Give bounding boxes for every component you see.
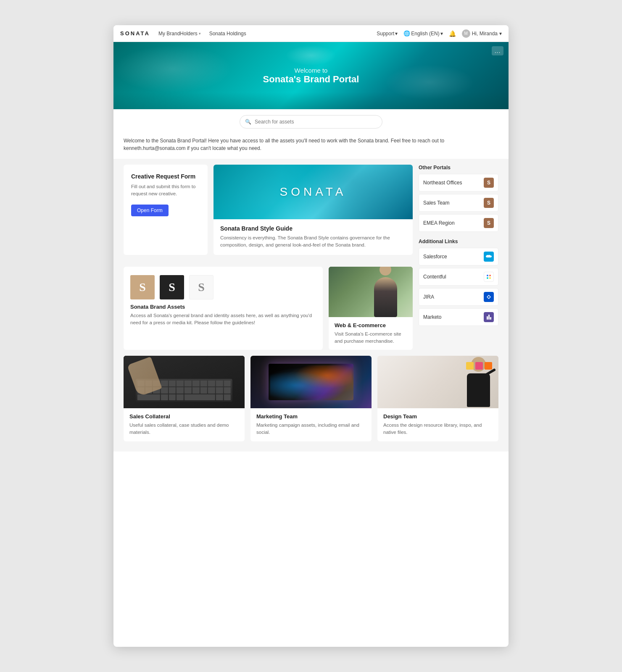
assets-row: S S S Sonata Brand Assets Access all So — [124, 267, 413, 350]
marketing-card-title: Marketing Team — [256, 413, 366, 420]
sidebar: Other Portals Northeast Offices S Sales … — [419, 165, 498, 350]
brand-guide-brand-name: SONATA — [280, 185, 347, 199]
design-card: Design Team Access the design resource l… — [377, 356, 498, 441]
chevron-down-icon: ▾ — [499, 31, 502, 37]
salesforce-icon — [484, 252, 494, 262]
portal-item-sales[interactable]: Sales Team S — [419, 194, 498, 212]
search-bar: 🔍 — [240, 115, 382, 129]
chevron-down-icon: ▾ — [199, 32, 201, 36]
marketing-card-body: Marketing Team Marketing campaign assets… — [250, 408, 372, 441]
open-form-button[interactable]: Open Form — [131, 205, 169, 216]
sticky-note-yellow — [466, 362, 474, 370]
chevron-down-icon: ▾ — [395, 31, 398, 37]
sales-image — [124, 356, 245, 408]
search-icon: 🔍 — [245, 119, 251, 125]
link-item-contentful[interactable]: Contentful — [419, 268, 498, 286]
ecommerce-image — [329, 267, 413, 317]
svg-point-2 — [487, 277, 488, 279]
top-section: Creative Request Form Fill out and submi… — [124, 159, 498, 350]
logo-tile-black: S — [160, 275, 184, 299]
design-card-title: Design Team — [383, 413, 493, 420]
sticky-notes — [466, 362, 492, 370]
keyboard-visual — [124, 356, 245, 408]
brand-assets-body: Sonata Brand Assets Access all Sonata's … — [124, 304, 323, 333]
portal-item-emea[interactable]: EMEA Region S — [419, 214, 498, 232]
marketing-image — [250, 356, 372, 408]
svg-point-0 — [487, 275, 488, 276]
hero-dots-button[interactable]: ... — [492, 46, 503, 55]
brand-guide-card: SONATA Sonata Brand Style Guide Consiste… — [213, 165, 413, 255]
chevron-down-icon: ▾ — [440, 31, 443, 37]
browser-window: SONATA My BrandHolders ▾ Sonata Holdings… — [113, 25, 509, 647]
logo-s-black: S — [169, 281, 175, 294]
hero-wave — [113, 92, 509, 109]
ecommerce-title: Web & E-commerce — [335, 322, 407, 328]
sticky-note-orange — [485, 362, 492, 370]
portal-icon-emea: S — [484, 218, 494, 228]
jira-icon — [484, 292, 494, 302]
hero-title: Sonata's Brand Portal — [263, 74, 359, 85]
logo-s-beige: S — [139, 281, 146, 294]
brand-guide-body: Sonata Brand Style Guide Consistency is … — [213, 219, 413, 255]
brand-guide-description: Consistency is everything. The Sonata Br… — [220, 234, 406, 249]
portal-icon-sales: S — [484, 198, 494, 208]
sales-card-title: Sales Collateral — [129, 413, 239, 420]
laptop-body — [269, 364, 353, 401]
design-card-body: Design Team Access the design resource l… — [377, 408, 498, 441]
brand-assets-description: Access all Sonata's general brand and id… — [130, 312, 316, 327]
creative-card-title: Creative Request Form — [131, 173, 200, 180]
welcome-message: Welcome to the Sonata Brand Portal! Here… — [113, 133, 509, 159]
brand-assets-title: Sonata Brand Assets — [130, 304, 316, 310]
support-link[interactable]: Support ▾ — [377, 31, 398, 37]
portal-item-northeast[interactable]: Northeast Offices S — [419, 174, 498, 192]
marketing-card-description: Marketing campaign assets, including ema… — [256, 422, 366, 436]
marketing-card: Marketing Team Marketing campaign assets… — [250, 356, 372, 441]
sales-card-description: Useful sales collateral, case studies an… — [129, 422, 239, 436]
creative-request-card: Creative Request Form Fill out and submi… — [124, 165, 208, 255]
brand-guide-title: Sonata Brand Style Guide — [220, 225, 406, 232]
hero-welcome: Welcome to — [263, 67, 359, 74]
avatar: M — [462, 29, 470, 38]
additional-links-section: Additional Links Salesforce Contentful — [419, 239, 498, 326]
bottom-cards: Sales Collateral Useful sales collateral… — [124, 356, 498, 441]
ecommerce-body: Web & E-commerce Visit Sonata's E-commer… — [329, 317, 413, 350]
marketo-icon — [484, 312, 494, 322]
nav-link-holdings[interactable]: Sonata Holdings — [209, 31, 246, 37]
search-bar-wrap: 🔍 — [113, 109, 509, 133]
additional-links-title: Additional Links — [419, 239, 498, 244]
other-portals-title: Other Portals — [419, 165, 498, 171]
nav-right: Support ▾ 🌐 English (EN) ▾ 🔔 M Hi, Miran… — [377, 29, 502, 38]
sales-card-body: Sales Collateral Useful sales collateral… — [124, 408, 245, 441]
logo-s-white: S — [198, 281, 205, 294]
nav-bar: SONATA My BrandHolders ▾ Sonata Holdings… — [113, 25, 509, 42]
svg-point-3 — [489, 277, 491, 279]
link-item-salesforce[interactable]: Salesforce — [419, 248, 498, 265]
link-item-marketo[interactable]: Marketo — [419, 308, 498, 326]
assets-logos: S S S — [124, 267, 323, 304]
brand-guide-image: SONATA — [213, 165, 413, 219]
ecommerce-card: Web & E-commerce Visit Sonata's E-commer… — [329, 267, 413, 350]
hero-text: Welcome to Sonata's Brand Portal — [263, 67, 359, 85]
svg-point-1 — [489, 275, 491, 276]
language-selector[interactable]: 🌐 English (EN) ▾ — [403, 30, 443, 37]
portal-icon-northeast: S — [484, 178, 494, 188]
link-item-jira[interactable]: JIRA — [419, 288, 498, 306]
search-input[interactable] — [255, 119, 377, 125]
creative-card-description: Fill out and submit this form to request… — [131, 183, 200, 198]
laptop-visual — [250, 356, 372, 408]
other-portals-section: Other Portals Northeast Offices S Sales … — [419, 165, 498, 232]
contentful-icon — [484, 272, 494, 282]
brand-assets-card: S S S Sonata Brand Assets Access all So — [124, 267, 323, 350]
design-image — [377, 356, 498, 408]
design-card-description: Access the design resource library, insp… — [383, 422, 493, 436]
hero-banner: Welcome to Sonata's Brand Portal ... — [113, 42, 509, 109]
main-content: Creative Request Form Fill out and submi… — [113, 159, 509, 452]
logo-tile-white: S — [189, 275, 213, 299]
sales-collateral-card: Sales Collateral Useful sales collateral… — [124, 356, 245, 441]
nav-link-brandholders[interactable]: My BrandHolders ▾ — [158, 31, 201, 37]
sticky-note-pink — [475, 362, 483, 370]
top-left: Creative Request Form Fill out and submi… — [124, 165, 413, 350]
notifications-bell-icon[interactable]: 🔔 — [449, 30, 456, 37]
user-menu[interactable]: M Hi, Miranda ▾ — [462, 29, 502, 38]
top-cards-row: Creative Request Form Fill out and submi… — [124, 165, 413, 261]
